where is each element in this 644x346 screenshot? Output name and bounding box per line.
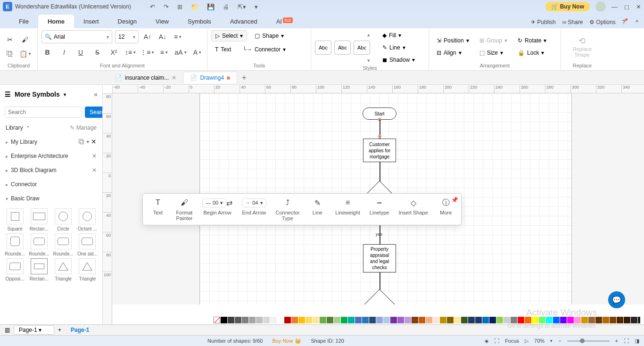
color-swatch[interactable] xyxy=(489,317,496,323)
ft-linetype[interactable]: ┅Linetype xyxy=(365,198,394,221)
numbered-icon[interactable]: ≡ xyxy=(158,46,170,58)
color-swatch[interactable] xyxy=(504,317,510,323)
color-swatch[interactable] xyxy=(348,317,355,323)
shape-rectangle[interactable]: Rectan... xyxy=(28,208,50,231)
color-swatch[interactable] xyxy=(610,317,616,323)
color-swatch[interactable] xyxy=(603,317,609,323)
page-select[interactable]: Page-1 ▾ xyxy=(14,325,54,335)
shape-square[interactable]: Square xyxy=(4,208,26,231)
color-swatch[interactable] xyxy=(511,317,517,323)
shape-tool[interactable]: ▢ Shape ▾ xyxy=(251,30,288,41)
size-button[interactable]: ⬚ Size▾ xyxy=(476,48,511,58)
style-preset-1[interactable]: Abc xyxy=(315,41,331,55)
panel-icon[interactable]: ◨ xyxy=(635,338,639,344)
position-button[interactable]: ⇲ Position▾ xyxy=(433,35,473,46)
color-swatch[interactable] xyxy=(475,317,482,323)
ft-end-arrow[interactable]: → 04 ▾End Arrow xyxy=(237,198,271,221)
layers-icon[interactable]: ◈ xyxy=(485,338,488,344)
replace-shape-button[interactable]: ⟲ Replace Shape xyxy=(570,34,594,59)
menu-insert[interactable]: Insert xyxy=(74,15,108,28)
symbol-search-button[interactable]: Search xyxy=(85,107,103,118)
text-case-icon[interactable]: aA xyxy=(175,46,187,58)
color-swatch[interactable] xyxy=(327,317,333,323)
fill-button[interactable]: ◆ Fill ▾ xyxy=(379,30,419,41)
node-meets[interactable]: Property meets xyxy=(359,289,400,305)
collapse-sidebar-icon[interactable]: « xyxy=(94,91,98,98)
shape-rounded-1[interactable]: Rounde... xyxy=(4,233,26,256)
handle-icon[interactable] xyxy=(378,135,381,138)
color-swatch[interactable] xyxy=(249,317,256,323)
shape-one-side[interactable]: One sid... xyxy=(76,233,99,256)
color-swatch[interactable] xyxy=(440,317,446,323)
section-connector[interactable]: Connector xyxy=(0,177,102,191)
node-appraisal[interactable]: Property appraisal and legal checks xyxy=(363,244,396,272)
save-icon[interactable]: 💾 xyxy=(207,3,215,10)
undo-icon[interactable]: ↶ xyxy=(150,3,155,10)
ft-text[interactable]: TText xyxy=(145,198,171,221)
chat-fab-icon[interactable]: 💬 xyxy=(608,291,625,308)
color-swatch[interactable] xyxy=(567,317,574,323)
manage-link[interactable]: ✎ Manage xyxy=(70,124,97,131)
italic-icon[interactable]: I xyxy=(58,46,70,58)
color-swatch[interactable] xyxy=(588,317,595,323)
more-qa-icon[interactable]: ▾ xyxy=(255,3,258,10)
color-swatch[interactable] xyxy=(518,317,524,323)
color-swatch[interactable] xyxy=(277,317,284,323)
section-basic-draw[interactable]: Basic Draw xyxy=(0,191,102,206)
ft-begin-arrow[interactable]: — 00 ▾ ⇄Begin Arrow xyxy=(198,198,237,221)
shape-triangle-1[interactable]: Triangle xyxy=(52,258,74,281)
format-painter-icon[interactable]: 🖌 xyxy=(19,33,31,46)
color-swatch[interactable] xyxy=(270,317,277,323)
menu-advanced[interactable]: Advanced xyxy=(221,15,267,28)
color-swatch[interactable] xyxy=(320,317,326,323)
color-swatch[interactable] xyxy=(228,317,234,323)
help-icon[interactable]: ? xyxy=(622,19,629,25)
shape-octant[interactable]: Octant ... xyxy=(76,208,99,231)
shape-rounded-2[interactable]: Rounde... xyxy=(28,233,50,256)
maximize-icon[interactable]: ◻ xyxy=(624,3,629,10)
lock-button[interactable]: 🔒 Lock▾ xyxy=(514,48,550,58)
style-preset-3[interactable]: Abc xyxy=(354,41,370,55)
open-icon[interactable]: 📁 xyxy=(191,3,198,10)
superscript-icon[interactable]: X² xyxy=(108,46,120,58)
color-swatch[interactable] xyxy=(525,317,531,323)
color-swatch[interactable] xyxy=(624,317,630,323)
page-layout-icon[interactable]: ▥ xyxy=(5,327,10,333)
menu-view[interactable]: View xyxy=(146,15,178,28)
line-spacing-icon[interactable]: ↕≡ xyxy=(124,46,136,58)
zoom-in-icon[interactable]: + xyxy=(615,338,618,344)
bold-icon[interactable]: B xyxy=(41,46,53,58)
fullscreen-icon[interactable]: ⛶ xyxy=(624,338,629,344)
select-tool[interactable]: ▷ Select ▾ xyxy=(211,30,247,41)
color-swatch[interactable] xyxy=(383,317,390,323)
no-fill-icon[interactable] xyxy=(214,317,220,323)
bullets-icon[interactable]: ⋮≡ xyxy=(141,46,153,58)
color-swatch[interactable] xyxy=(405,317,411,323)
color-swatch[interactable] xyxy=(291,317,298,323)
color-swatch[interactable] xyxy=(313,317,319,323)
paste-icon[interactable]: 📋 xyxy=(19,48,31,60)
color-swatch[interactable] xyxy=(447,317,454,323)
doc-tab-2[interactable]: 📄 Drawing4 xyxy=(183,72,237,83)
color-swatch[interactable] xyxy=(221,317,227,323)
status-buy-now[interactable]: Buy Now 👑 xyxy=(267,338,306,344)
connector-tool[interactable]: └→ Connector ▾ xyxy=(239,44,289,55)
user-avatar[interactable] xyxy=(595,1,606,12)
collapse-ribbon-icon[interactable]: ^ xyxy=(636,19,638,25)
present-icon[interactable]: ▷ xyxy=(525,338,528,344)
font-color-icon[interactable]: A xyxy=(191,46,203,58)
color-swatch[interactable] xyxy=(617,317,623,323)
tab-close-icon[interactable]: ✕ xyxy=(172,74,176,81)
ft-insert-shape[interactable]: ◇Insert Shape xyxy=(394,198,432,221)
color-swatch[interactable] xyxy=(298,317,305,323)
color-swatch[interactable] xyxy=(397,317,404,323)
color-swatch[interactable] xyxy=(242,317,248,323)
color-swatch[interactable] xyxy=(341,317,347,323)
shape-rect-double[interactable]: Rectan... xyxy=(28,258,50,281)
color-swatch[interactable] xyxy=(362,317,369,323)
copy-icon[interactable]: ⿻ xyxy=(4,48,16,60)
shape-circle[interactable]: Circle xyxy=(52,208,74,231)
font-size-select[interactable]: 12▾ xyxy=(115,30,139,43)
strike-icon[interactable]: S̶ xyxy=(91,46,103,58)
add-page-icon[interactable]: + xyxy=(58,327,61,333)
